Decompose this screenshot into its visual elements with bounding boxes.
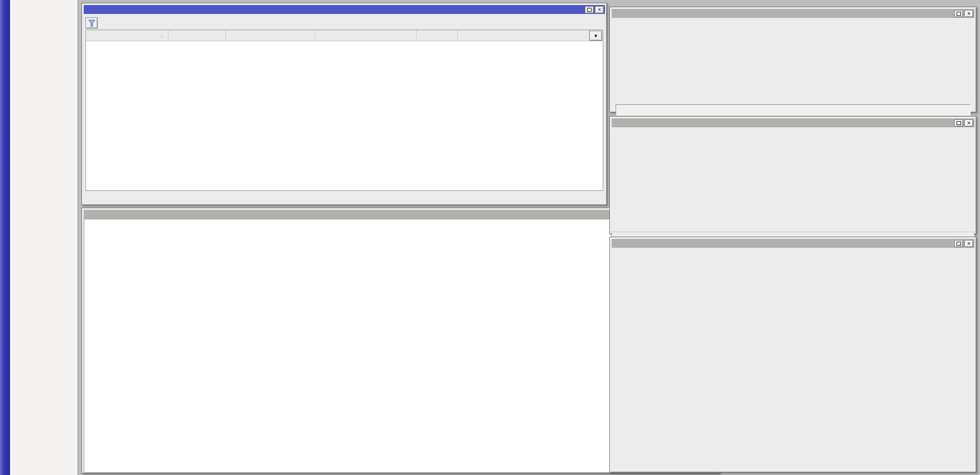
package-list-titlebar[interactable]: ✕ bbox=[84, 5, 605, 14]
minimize-button[interactable] bbox=[585, 6, 594, 13]
window-package-option: ✕ bbox=[609, 116, 977, 234]
column-header-build-time[interactable] bbox=[226, 30, 315, 41]
column-header-size[interactable] bbox=[417, 30, 458, 41]
column-header-filler bbox=[458, 30, 589, 41]
sort-asc-icon: △ bbox=[161, 33, 164, 39]
close-button[interactable]: ✕ bbox=[964, 240, 973, 247]
license-titlebar[interactable]: ✕ bbox=[612, 9, 974, 18]
license-status-strip bbox=[616, 104, 971, 116]
minimize-icon bbox=[957, 242, 961, 246]
package-table: △ ▼ bbox=[85, 30, 603, 191]
close-icon: ✕ bbox=[598, 7, 601, 12]
column-header-version[interactable] bbox=[169, 30, 226, 41]
minimize-button[interactable] bbox=[954, 240, 963, 247]
package-list-toolbar bbox=[85, 14, 603, 30]
sidebar bbox=[10, 0, 78, 475]
window-resources: ✕ bbox=[609, 237, 977, 473]
close-button[interactable]: ✕ bbox=[964, 119, 973, 127]
window-package-list: ✕ △ bbox=[81, 3, 607, 205]
package-table-header: △ ▼ bbox=[86, 30, 603, 41]
close-button[interactable]: ✕ bbox=[595, 6, 604, 13]
minimize-button[interactable] bbox=[954, 10, 963, 17]
resources-titlebar[interactable]: ✕ bbox=[612, 239, 974, 248]
column-header-scheduled[interactable] bbox=[315, 30, 417, 41]
filter-button[interactable] bbox=[85, 17, 98, 28]
package-list-status bbox=[85, 191, 603, 204]
minimize-icon bbox=[957, 12, 961, 16]
winbox-app: ✕ △ bbox=[0, 0, 980, 475]
minimize-button[interactable] bbox=[954, 119, 963, 127]
package-option-titlebar[interactable]: ✕ bbox=[612, 118, 974, 127]
close-icon: ✕ bbox=[967, 120, 971, 126]
close-icon: ✕ bbox=[967, 241, 971, 246]
brand-strip bbox=[0, 0, 10, 475]
window-license: ✕ bbox=[609, 7, 977, 113]
minimize-icon bbox=[957, 121, 961, 125]
minimize-icon bbox=[587, 8, 592, 12]
column-header-name[interactable]: △ bbox=[86, 30, 169, 41]
column-select-button[interactable]: ▼ bbox=[589, 31, 602, 41]
funnel-icon bbox=[88, 20, 95, 27]
close-icon: ✕ bbox=[967, 11, 971, 16]
close-button[interactable]: ✕ bbox=[964, 10, 973, 17]
